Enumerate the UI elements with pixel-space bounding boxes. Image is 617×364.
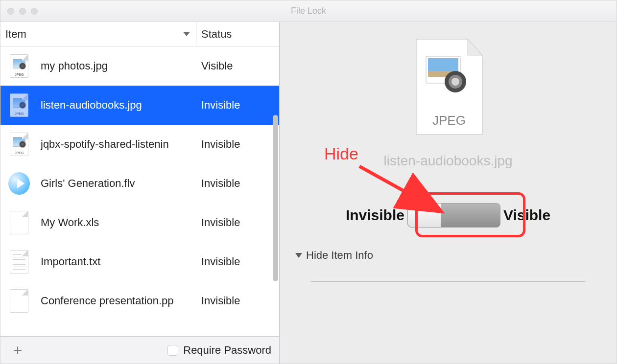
file-name: Conference presentation.pp [41,295,174,307]
require-password-option[interactable]: Require Password [167,344,273,357]
file-list-pane: Item Status JPEG my photos.jpg Visible J… [0,22,280,364]
file-status: Invisible [196,99,279,112]
column-status-label: Status [201,28,232,41]
toggle-knob[interactable] [408,204,441,227]
require-password-label: Require Password [183,344,271,357]
sort-chevron-icon [183,32,190,36]
file-row[interactable]: JPEG jqbx-spotify-shared-listenin Invisi… [0,125,279,164]
detail-pane: JPEG listen-audiobooks.jpg Invisible Vis… [280,22,617,364]
disclosure-label: Hide Item Info [306,249,373,262]
require-password-checkbox[interactable] [167,345,178,356]
file-row[interactable]: My Work.xls Invisible [0,203,279,242]
column-item-label: Item [5,28,26,41]
svg-point-5 [451,78,459,86]
file-icon: JPEG [8,53,30,79]
file-list[interactable]: JPEG my photos.jpg Visible JPEG listen-a… [0,46,279,336]
file-list-wrap: JPEG my photos.jpg Visible JPEG listen-a… [0,46,279,336]
hide-item-info-disclosure[interactable]: Hide Item Info [280,249,373,262]
file-name: my photos.jpg [41,60,108,72]
file-row[interactable]: Conference presentation.pp Invisible [0,281,279,320]
file-icon: JPEG [8,92,30,118]
column-header-item[interactable]: Item [0,22,196,46]
file-row[interactable]: Girls' Generation.flv Invisible [0,164,279,203]
file-name: My Work.xls [41,216,99,229]
window-title: File Lock [0,6,617,16]
file-status: Invisible [196,216,279,229]
disclosure-triangle-icon [295,253,302,258]
visibility-toggle[interactable] [407,203,500,228]
file-icon [8,249,30,275]
file-icon: JPEG [8,131,30,158]
toggle-label-invisible: Invisible [346,207,404,224]
close-icon[interactable] [7,8,14,15]
file-status: Invisible [196,255,279,268]
detail-filename: listen-audiobooks.jpg [383,153,512,169]
file-name: Important.txt [41,255,100,268]
file-icon [8,288,30,314]
body: Item Status JPEG my photos.jpg Visible J… [0,22,617,364]
annotation-label: Hide [324,144,358,163]
file-status: Visible [196,60,279,72]
file-name: jqbx-spotify-shared-listenin [41,138,169,151]
file-row[interactable]: JPEG listen-audiobooks.jpg Invisible [0,86,279,125]
add-button[interactable]: ＋ [6,340,29,360]
bottom-bar: ＋ Require Password [0,336,279,364]
preview-icon: JPEG [406,37,490,141]
zoom-icon[interactable] [31,8,38,15]
divider [311,281,585,282]
file-status: Invisible [196,177,279,190]
file-icon [8,209,30,236]
minimize-icon[interactable] [19,8,26,15]
file-name: Girls' Generation.flv [41,177,135,190]
file-status: Invisible [196,295,279,307]
file-row[interactable]: JPEG my photos.jpg Visible [0,46,279,86]
file-name: listen-audiobooks.jpg [41,99,142,112]
file-row[interactable]: Important.txt Invisible [0,242,279,281]
file-icon [8,170,30,197]
traffic-lights [0,8,38,15]
svg-text:JPEG: JPEG [432,113,466,128]
column-header-status[interactable]: Status [196,22,279,46]
window: File Lock Item Status JPEG my photos.jpg… [0,0,617,364]
scrollbar[interactable] [273,115,278,281]
toggle-label-visible: Visible [503,207,550,224]
svg-line-7 [359,166,433,207]
file-status: Invisible [196,138,279,151]
column-header: Item Status [0,22,279,46]
visibility-toggle-row: Invisible Visible Hide [346,203,550,228]
titlebar: File Lock [0,0,617,22]
